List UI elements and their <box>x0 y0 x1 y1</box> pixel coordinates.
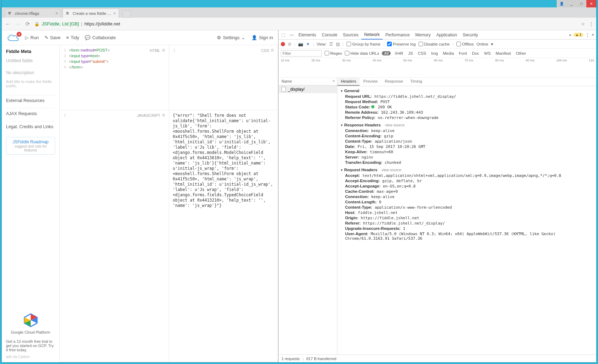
js-pane[interactable]: JAVASCRIPT⚙ 1 <box>60 110 169 362</box>
reload-icon[interactable]: ⟳ <box>24 21 31 27</box>
signin-button[interactable]: 👤Sign in <box>251 35 273 40</box>
tab-network[interactable]: Network <box>361 31 383 40</box>
gear-icon[interactable]: ⚙ <box>271 48 274 53</box>
network-timeline[interactable]: 10 ms 20 ms 30 ms 40 ms 50 ms 60 ms 70 m… <box>279 58 596 78</box>
section-response-headers[interactable]: Response Headersview source <box>340 122 593 128</box>
view-source-link[interactable]: view source <box>385 123 404 127</box>
fiddle-title-input[interactable]: Untitled fiddle <box>6 58 55 63</box>
view-source-link[interactable]: view source <box>381 168 401 172</box>
filter-icon[interactable]: ▼ <box>306 42 310 46</box>
tab-elements[interactable]: Elements <box>296 30 319 39</box>
view-label: View: <box>316 42 326 46</box>
preserve-log-checkbox[interactable]: Preserve log <box>387 42 416 46</box>
filter-js[interactable]: JS <box>407 51 414 55</box>
pane-label: HTML <box>150 48 160 53</box>
maximize-button[interactable]: □ <box>576 0 586 7</box>
close-devtools-icon[interactable]: × <box>592 32 594 37</box>
tab-console[interactable]: Console <box>319 30 340 39</box>
sidebar-item-legal[interactable]: Legal, Credits and Links <box>6 121 55 132</box>
regex-checkbox[interactable]: Regex <box>325 51 342 55</box>
fiddle-desc-input[interactable]: No description <box>6 70 55 75</box>
throttling-select[interactable]: Online <box>476 42 488 46</box>
new-tab-button[interactable] <box>123 11 131 18</box>
settings-button[interactable]: ⚙Settings⌄ <box>217 35 245 40</box>
transferred-size: 817 B transferred <box>306 357 336 361</box>
close-tab-icon[interactable]: × <box>55 11 58 16</box>
inspect-icon[interactable]: ⬚ <box>279 32 287 37</box>
ad-body[interactable]: Get a 12-month free trial to get you sta… <box>6 339 55 352</box>
css-pane[interactable]: CSS⚙ 1 <box>169 45 278 110</box>
user-icon[interactable]: 👤 <box>557 0 567 7</box>
offline-checkbox[interactable]: Offline <box>456 42 474 46</box>
gear-icon[interactable]: ⚙ <box>162 48 165 53</box>
section-general[interactable]: General <box>340 88 593 94</box>
detail-tab-preview[interactable]: Preview <box>360 78 381 86</box>
play-icon: ▷ <box>25 35 29 40</box>
tidy-button[interactable]: ≡Tidy <box>66 35 79 40</box>
tab-security[interactable]: Security <box>460 30 481 39</box>
clear-icon[interactable]: ⊘ <box>288 42 291 47</box>
filter-manifest[interactable]: Manifest <box>495 51 512 55</box>
minimize-button[interactable]: _ <box>567 0 576 7</box>
collaborate-button[interactable]: 💬Collaborate <box>85 35 116 40</box>
tab-performance[interactable]: Performance <box>383 30 413 39</box>
roadmap-card[interactable]: JSFiddle Roadmap suggest and vote for fe… <box>6 137 55 155</box>
device-icon[interactable]: ▭ <box>287 32 296 37</box>
filter-img[interactable]: Img <box>430 51 439 55</box>
html-code[interactable]: <form method=POST> <input type=text> <in… <box>67 45 113 110</box>
large-view-icon[interactable]: ▤ <box>336 42 340 47</box>
header-row: Date: Fri, 15 Sep 2017 10:20:26 GMT <box>340 144 593 149</box>
camera-icon[interactable]: 📷 <box>298 42 303 47</box>
section-request-headers[interactable]: Request Headersview source <box>340 167 593 173</box>
run-button[interactable]: ▷Run <box>25 35 39 40</box>
tab-application[interactable]: Application <box>433 30 460 39</box>
tab-memory[interactable]: Memory <box>413 30 433 39</box>
sidebar-item-external[interactable]: External Resources <box>6 95 55 106</box>
save-button[interactable]: ✎Save <box>45 35 61 40</box>
filter-doc[interactable]: Doc <box>471 51 480 55</box>
detail-tab-timing[interactable]: Timing <box>407 78 426 86</box>
filter-input[interactable] <box>281 50 322 56</box>
hide-data-urls-checkbox[interactable]: Hide data URLs <box>345 51 379 55</box>
back-icon[interactable]: ← <box>5 21 11 27</box>
filter-all[interactable]: All <box>382 51 391 55</box>
close-tab-icon[interactable]: × <box>113 11 116 16</box>
name-column-header[interactable]: Name × <box>279 78 337 85</box>
roadmap-sub: suggest and vote for features <box>8 144 53 152</box>
filter-ws[interactable]: WS <box>483 51 492 55</box>
tab-jsfiddle[interactable]: 🗎 Create a new fiddle - JSF × <box>63 8 119 18</box>
filter-font[interactable]: Font <box>458 51 468 55</box>
jsfiddle-logo[interactable]: 4 <box>7 33 19 42</box>
group-by-frame-checkbox[interactable]: Group by frame <box>347 42 380 46</box>
gear-icon[interactable]: ⚙ <box>162 113 165 118</box>
star-icon[interactable]: ☆ <box>581 22 585 26</box>
kebab-icon[interactable]: ⋮ <box>585 32 590 37</box>
request-row[interactable]: _display/ <box>279 85 337 93</box>
detail-tab-headers[interactable]: Headers <box>337 78 360 86</box>
list-view-icon[interactable]: ☰ <box>329 42 333 47</box>
close-button[interactable]: ✕ <box>586 0 596 7</box>
close-detail-icon[interactable]: × <box>333 79 335 83</box>
chevron-down-icon[interactable]: ▾ <box>491 42 493 47</box>
header-row: Cache-Control: max-age=0 <box>340 189 593 194</box>
address-bar[interactable]: 🔒 JSFiddle, Ltd [GB] | https://jsfiddle.… <box>34 21 578 26</box>
warning-badge[interactable]: ▲ 1 <box>574 33 583 37</box>
record-button[interactable] <box>281 42 285 46</box>
filter-xhr[interactable]: XHR <box>393 51 404 55</box>
ads-via-carbon[interactable]: ads via Carbon <box>6 355 55 359</box>
menu-icon[interactable]: ⋮ <box>589 22 593 26</box>
tab-chrome-flags[interactable]: ☢ chrome://flags × <box>5 8 61 18</box>
filter-css[interactable]: CSS <box>417 51 427 55</box>
detail-tab-response[interactable]: Response <box>381 78 407 86</box>
disable-cache-checkbox[interactable]: Disable cache <box>419 42 450 46</box>
tab-sources[interactable]: Sources <box>340 30 361 39</box>
result-output: {"error": "Shell form does not validate{… <box>169 110 278 362</box>
sidebar-item-ajax[interactable]: AJAX Requests <box>6 108 55 119</box>
pencil-icon: ✎ <box>45 35 48 40</box>
html-pane[interactable]: HTML⚙ 1234 <form method=POST> <input typ… <box>60 45 169 110</box>
more-tabs-icon[interactable]: » <box>569 32 572 37</box>
filter-media[interactable]: Media <box>442 51 455 55</box>
header-row: Status Code: 200 OK <box>340 105 593 110</box>
pane-label: JAVASCRIPT <box>137 113 160 118</box>
filter-other[interactable]: Other <box>515 51 527 55</box>
